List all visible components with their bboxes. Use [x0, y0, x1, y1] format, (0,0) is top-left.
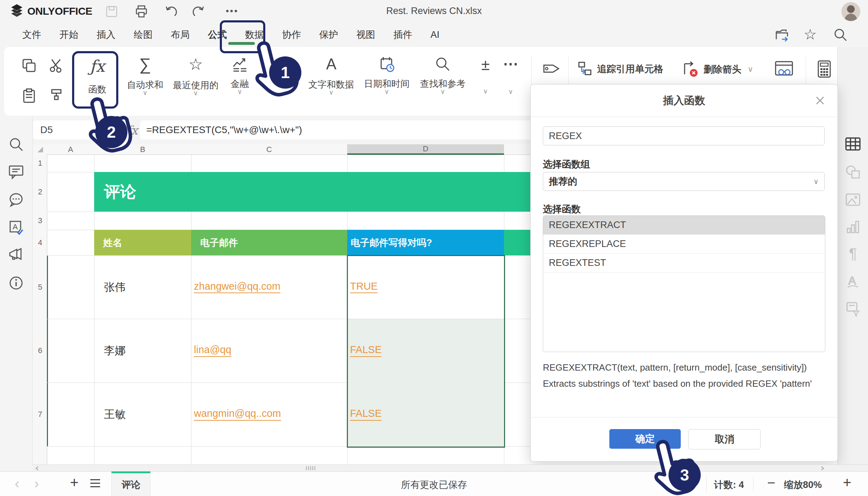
scroll-left-arrow[interactable] — [35, 466, 39, 470]
tab-plugins[interactable]: 插件 — [389, 22, 416, 47]
row-header-7-selected[interactable]: 7 — [33, 383, 48, 447]
tab-layout[interactable]: 布局 — [167, 22, 194, 47]
trace-precedents-button[interactable]: 追踪引用单元格 — [577, 61, 663, 77]
title-bar: ONLYOFFICE ••• Rest. Reviews CN.xlsx — [0, 0, 868, 22]
more-functions-button[interactable]: ± ∨ — [473, 47, 498, 116]
recently-used-button[interactable]: ☆ 最近使用的 ∨ — [169, 47, 222, 116]
avatar-silhouette — [841, 2, 860, 21]
tab-file[interactable]: 文件 — [18, 22, 46, 47]
scrollbar-thumb[interactable] — [306, 466, 315, 470]
named-ranges-icon[interactable] — [542, 60, 561, 77]
plus-minus-icon: ± — [473, 56, 498, 74]
open-file-location-icon[interactable] — [774, 27, 790, 43]
row-header-8-partial[interactable] — [33, 446, 47, 465]
feedback-icon[interactable] — [8, 247, 24, 263]
cell-B7[interactable]: 王敏 — [94, 383, 191, 446]
autosum-icon: ∑ — [123, 55, 167, 74]
tab-protection[interactable]: 保护 — [315, 22, 342, 47]
cut-icon[interactable] — [48, 57, 64, 74]
remove-arrows-button[interactable]: 删除箭头 ∨ — [682, 61, 753, 78]
copy-icon[interactable] — [21, 57, 37, 74]
cell-C6[interactable]: lina@qq — [191, 319, 347, 383]
textart-settings-icon[interactable]: A — [845, 275, 861, 289]
step3-badge: 3 — [668, 459, 701, 491]
search-icon[interactable] — [8, 137, 24, 152]
table-settings-icon[interactable] — [845, 137, 861, 151]
user-avatar[interactable] — [841, 2, 860, 21]
table-header-valid[interactable]: 电子邮件写得对吗? — [347, 230, 504, 255]
trace-precedents-label: 追踪引用单元格 — [597, 63, 663, 75]
row-header-1[interactable]: 1 — [33, 154, 47, 172]
shape-settings-icon[interactable] — [845, 165, 861, 179]
cancel-button[interactable]: 取消 — [688, 429, 761, 449]
email-link[interactable]: zhangwei@qq.com — [194, 281, 280, 294]
table-header-email[interactable]: 电子邮件 — [191, 230, 347, 255]
tab-draw[interactable]: 绘图 — [130, 22, 157, 47]
function-list-item[interactable]: REGEXREPLACE — [543, 235, 825, 254]
trace-precedents-icon — [577, 61, 593, 77]
zoom-in-button[interactable]: + — [843, 474, 852, 491]
remove-arrows-label: 删除箭头 — [704, 63, 741, 76]
favorite-star-icon[interactable]: ☆ — [804, 26, 817, 43]
row-header-5-selected[interactable]: 5 — [33, 255, 48, 319]
comments-icon[interactable] — [8, 164, 24, 179]
date-time-button[interactable]: 日期和时间 ∨ — [360, 47, 413, 116]
row-header-4[interactable]: 4 — [33, 230, 47, 256]
calculator-icon[interactable] — [816, 60, 833, 78]
financial-icon — [231, 57, 248, 72]
select-all-corner[interactable] — [33, 144, 47, 155]
cell-C5[interactable]: zhangwei@qq.com — [191, 255, 347, 319]
cell-C7[interactable]: wangmin@qq..com — [191, 383, 347, 446]
paragraph-settings-icon[interactable]: ¶ — [849, 245, 857, 262]
tab-ai[interactable]: AI — [426, 22, 444, 47]
insert-function-dialog: 插入函数 选择函数组 推荐的 ∨ 选择函数 REGEXEXTRACT REGEX… — [530, 84, 838, 462]
header-name-text: 姓名 — [103, 236, 122, 249]
status-bar: ‹ › + 评论 所有更改已保存 计数: 4 − 缩放80% + — [0, 471, 868, 496]
remove-arrows-icon — [682, 61, 699, 78]
table-header-name[interactable]: 姓名 — [94, 230, 191, 255]
tab-insert[interactable]: 插入 — [92, 22, 120, 47]
column-header-C[interactable]: C — [191, 144, 348, 155]
cell-B6[interactable]: 李娜 — [94, 319, 191, 383]
document-title: Rest. Reviews CN.xlsx — [0, 6, 868, 16]
zoom-level[interactable]: 缩放80% — [784, 478, 822, 491]
svg-text:A: A — [13, 222, 18, 231]
email-link[interactable]: lina@qq — [194, 344, 231, 357]
select-function-label: 选择函数 — [543, 203, 581, 215]
chat-icon[interactable] — [8, 192, 24, 207]
function-list-item-selected[interactable]: REGEXEXTRACT — [543, 216, 825, 235]
row-header-2[interactable]: 2 — [33, 172, 47, 212]
tab-home[interactable]: 开始 — [55, 22, 83, 47]
cell-text: 李娜 — [104, 343, 126, 358]
cell-B5[interactable]: 张伟 — [94, 255, 191, 319]
row-header-6-selected[interactable]: 6 — [33, 319, 48, 383]
toolbar-overflow-button[interactable]: ⋯ ∨ — [498, 47, 523, 116]
column-header-D-selected[interactable]: D — [347, 144, 504, 155]
zoom-out-button[interactable]: − — [767, 475, 775, 491]
chevron-down-icon: ∨ — [748, 68, 753, 71]
paste-icon[interactable] — [21, 88, 37, 104]
chevron-down-icon: ∨ — [169, 91, 222, 95]
function-list-item[interactable]: REGEXTEST — [543, 254, 825, 273]
horizontal-scrollbar[interactable] — [32, 464, 868, 471]
cell-text: 张伟 — [104, 280, 126, 295]
function-group-label: 选择函数组 — [543, 158, 590, 171]
search-icon-top[interactable] — [833, 27, 848, 42]
spellcheck-icon[interactable]: A — [8, 219, 24, 235]
email-link[interactable]: wangmin@qq..com — [194, 408, 281, 421]
spreadsheet-app: ONLYOFFICE ••• Rest. Reviews CN.xlsx — [0, 0, 868, 496]
text-data-button[interactable]: A 文字和数据 ∨ — [306, 47, 357, 116]
row-header-3[interactable]: 3 — [33, 212, 47, 230]
about-info-icon[interactable] — [8, 275, 24, 291]
format-painter-icon[interactable] — [48, 88, 64, 104]
function-group-select[interactable]: 推荐的 ∨ — [543, 172, 825, 191]
watch-window-icon[interactable] — [774, 60, 794, 78]
scroll-right-arrow[interactable] — [820, 466, 825, 470]
function-search-input[interactable] — [543, 126, 825, 145]
lookup-reference-button[interactable]: 查找和参考 ∨ — [416, 47, 469, 116]
close-icon[interactable] — [814, 95, 826, 106]
slicer-settings-icon[interactable] — [845, 301, 861, 317]
image-settings-icon[interactable] — [845, 193, 861, 207]
chart-settings-icon[interactable] — [845, 220, 861, 235]
tab-view[interactable]: 视图 — [352, 22, 379, 47]
